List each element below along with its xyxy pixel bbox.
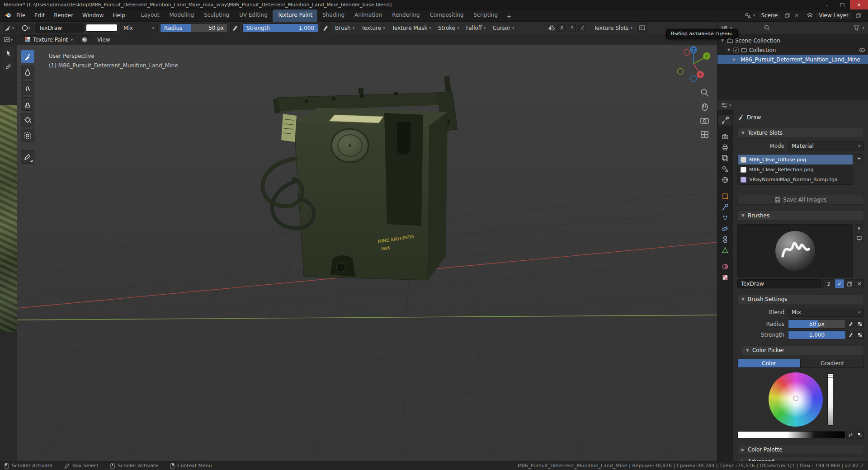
- tab-object[interactable]: [718, 191, 732, 202]
- brush-color-gradient-bar[interactable]: [737, 431, 845, 438]
- brush-preview-button[interactable]: ▾: [19, 24, 33, 33]
- mirror-z-toggle[interactable]: Z: [578, 24, 586, 32]
- scene-datablock[interactable]: Scene: [758, 11, 782, 20]
- tab-animation[interactable]: Animation: [349, 9, 387, 22]
- mirror-y-toggle[interactable]: Y: [568, 24, 576, 32]
- add-workspace-button[interactable]: +: [503, 12, 515, 22]
- view-menu[interactable]: View: [93, 35, 114, 45]
- panel-brushes[interactable]: ▼ Brushes: [737, 211, 864, 221]
- strength-pressure-icon[interactable]: [847, 331, 855, 339]
- panel-color-picker[interactable]: ▼ Color Picker: [742, 345, 864, 355]
- collapse-icon[interactable]: ▼: [720, 38, 725, 42]
- eye-icon[interactable]: [859, 48, 865, 52]
- view-layer-datablock[interactable]: View Layer: [815, 11, 852, 20]
- tab-scripting[interactable]: Scripting: [469, 9, 503, 22]
- strength-slider[interactable]: Strength 1.000: [242, 24, 318, 33]
- list-resize-grip[interactable]: ·····: [737, 187, 864, 189]
- swap-colors-icon[interactable]: ⇄: [846, 431, 854, 439]
- hsv-color-wheel[interactable]: [769, 372, 823, 427]
- radius-texture-icon[interactable]: [856, 320, 864, 328]
- menu-file[interactable]: File: [12, 10, 30, 20]
- outliner-row-collection[interactable]: ▼ ✓ Collection: [717, 45, 868, 55]
- add-texture-slot-button[interactable]: +: [855, 154, 863, 162]
- annotate-tool-icon[interactable]: [3, 61, 14, 72]
- canvas-image-icon[interactable]: [637, 24, 647, 33]
- zoom-icon[interactable]: [702, 89, 709, 97]
- eye-icon[interactable]: [865, 57, 865, 62]
- outliner-row-object[interactable]: ▶ M86_Pursuit_Deterrent_Munition_Land_Mi…: [717, 55, 868, 64]
- tab-tool[interactable]: [718, 115, 732, 126]
- annotate-tool-button[interactable]: [21, 150, 34, 164]
- color-wheel-cursor[interactable]: [794, 396, 798, 400]
- tab-shading[interactable]: Shading: [317, 9, 349, 22]
- symmetry-icon[interactable]: [548, 25, 555, 31]
- strength-slider[interactable]: 1.000: [788, 330, 846, 339]
- ortho-grid-icon[interactable]: [701, 132, 708, 137]
- menu-render[interactable]: Render: [49, 10, 78, 20]
- tab-layout[interactable]: Layout: [136, 9, 165, 22]
- tab-world[interactable]: [718, 174, 732, 185]
- gizmo-neg-x[interactable]: [684, 50, 690, 56]
- brush-presets-caret[interactable]: ▾: [855, 224, 863, 232]
- popover-cursor[interactable]: Cursor ▾: [491, 25, 517, 31]
- minimize-button[interactable]: –: [819, 0, 835, 9]
- brush-name-field[interactable]: TexDraw: [737, 279, 822, 288]
- duplicate-brush-button[interactable]: [845, 279, 854, 288]
- collection-checkbox[interactable]: ✓: [733, 47, 739, 53]
- draw-tool-button[interactable]: [21, 50, 34, 63]
- view-layer-icon[interactable]: [807, 13, 813, 18]
- radius-slider[interactable]: 50 px: [788, 320, 846, 329]
- secondary-color-icon[interactable]: [856, 431, 864, 439]
- panel-texture-slots[interactable]: ▼ Texture Slots: [737, 128, 864, 138]
- tab-material[interactable]: [718, 261, 732, 272]
- texture-image-preview[interactable]: [0, 105, 17, 332]
- radius-pressure-icon[interactable]: [847, 320, 855, 328]
- blend-mode-dropdown[interactable]: Mix ▾: [120, 24, 158, 33]
- outliner-row-scene-collection[interactable]: ▼ Scene Collection: [717, 36, 868, 45]
- popover-stroke[interactable]: Stroke ▾: [436, 25, 462, 31]
- tab-output[interactable]: [718, 142, 732, 153]
- mask-tool-button[interactable]: [21, 129, 34, 142]
- tab-texture[interactable]: [718, 272, 732, 283]
- fill-tool-button[interactable]: [21, 113, 34, 127]
- popover-texture[interactable]: Texture ▾: [359, 25, 387, 31]
- smear-tool-button[interactable]: [21, 81, 34, 95]
- tab-view-layer[interactable]: [718, 153, 732, 164]
- menu-window[interactable]: Window: [78, 10, 108, 20]
- active-tool-button[interactable]: ▾: [3, 24, 17, 33]
- tab-modeling[interactable]: Modeling: [165, 9, 199, 22]
- panel-brush-settings[interactable]: ▼ Brush Settings: [737, 294, 864, 304]
- texture-slot-row[interactable]: VRayNormalMap_Normal_Bump.tga: [738, 174, 853, 184]
- tab-rendering[interactable]: Rendering: [387, 9, 425, 22]
- falloff-sphere-icon[interactable]: [79, 35, 90, 44]
- tab-constraints[interactable]: [718, 234, 732, 245]
- tab-texture-paint[interactable]: Texture Paint: [273, 9, 317, 22]
- collapse-icon[interactable]: ▼: [726, 48, 731, 52]
- pan-hand-icon[interactable]: [702, 104, 708, 111]
- tab-particles[interactable]: [718, 212, 732, 223]
- brush-preview[interactable]: [737, 224, 853, 277]
- tab-object-data[interactable]: [718, 245, 732, 256]
- tab-scene[interactable]: [718, 164, 732, 174]
- camera-view-icon[interactable]: [701, 118, 708, 123]
- filter-caret[interactable]: ▾: [862, 26, 864, 30]
- brush-display-icon[interactable]: [855, 234, 863, 242]
- tab-modifiers[interactable]: [718, 202, 732, 212]
- radius-slider[interactable]: Radius 50 px: [160, 24, 228, 33]
- search-icon[interactable]: [764, 25, 770, 31]
- filter-icon[interactable]: [854, 25, 859, 31]
- brush-color-swatch[interactable]: [86, 24, 118, 32]
- strength-pressure-icon[interactable]: [321, 24, 330, 33]
- clone-tool-button[interactable]: [21, 97, 34, 111]
- m86-model[interactable]: MINE ANTI-PERS M86: [263, 76, 458, 280]
- gizmo-neg-z[interactable]: [691, 76, 697, 82]
- new-view-layer-icon[interactable]: [854, 12, 862, 19]
- tab-sculpting[interactable]: Sculpting: [199, 9, 234, 22]
- popover-falloff[interactable]: Falloff ▾: [464, 25, 488, 31]
- soften-tool-button[interactable]: [21, 66, 34, 79]
- cursor-tool-icon[interactable]: [3, 47, 14, 59]
- menu-edit[interactable]: Edit: [30, 10, 49, 20]
- menu-help[interactable]: Help: [108, 10, 129, 20]
- unlink-scene-icon[interactable]: ×: [793, 12, 800, 19]
- brush-user-count-button[interactable]: 2: [823, 279, 834, 288]
